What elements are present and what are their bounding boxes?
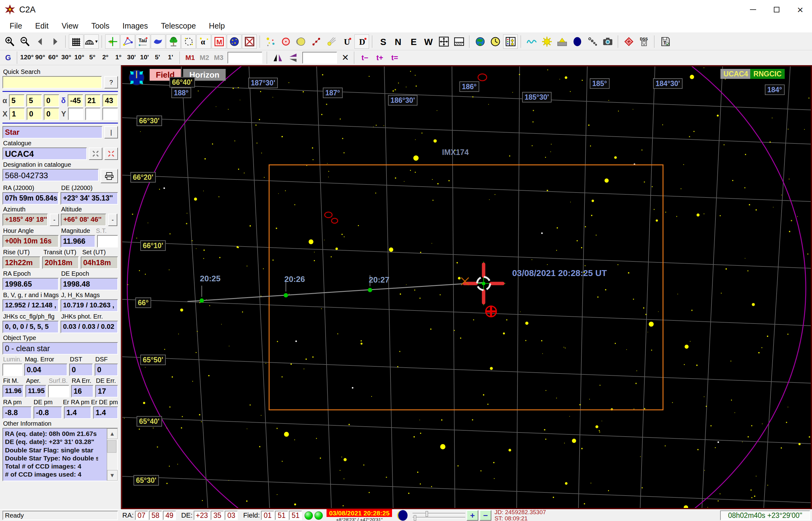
daylight-button[interactable] (539, 35, 554, 49)
y3-input[interactable] (102, 108, 118, 120)
fov-button-10[interactable]: 10° (73, 51, 86, 64)
sun-button[interactable] (278, 35, 293, 49)
greek-labels-button[interactable]: α (196, 35, 211, 49)
ccd-red-frame-button[interactable] (621, 35, 636, 49)
menu-edit[interactable]: Edit (28, 21, 55, 30)
fov-button-90[interactable]: 90° (33, 51, 47, 64)
y2-input[interactable] (85, 108, 101, 120)
azimuth-minus-button[interactable]: - (50, 213, 59, 226)
west-button[interactable]: W (421, 35, 436, 49)
x3-input[interactable]: 0 (44, 108, 59, 120)
delta-s-input[interactable]: 43 (102, 94, 118, 107)
flip-vertical-button[interactable] (285, 51, 300, 65)
fov-button-10[interactable]: 10' (138, 51, 151, 64)
menu-images[interactable]: Images (116, 21, 155, 30)
ccd-frame-button[interactable] (242, 35, 257, 49)
fov-button-30[interactable]: 30' (125, 51, 138, 64)
fov-button-5[interactable]: 5° (86, 51, 99, 64)
menu-tools[interactable]: Tools (85, 21, 116, 30)
time-step-button-1[interactable]: t+ (372, 51, 387, 64)
mark-button-m3[interactable]: M3 (211, 51, 226, 64)
analemma-button[interactable] (524, 35, 539, 49)
landscape-button[interactable] (166, 35, 181, 49)
slider-track-1[interactable] (413, 513, 465, 514)
fov-button-1[interactable]: 1° (112, 51, 125, 64)
print-button[interactable] (100, 169, 118, 183)
prev-field-button[interactable] (32, 35, 47, 49)
mark-input[interactable] (228, 52, 262, 64)
horizon-view-button[interactable] (451, 35, 466, 49)
x2-input[interactable]: 0 (27, 108, 42, 120)
zoom-out-button[interactable] (17, 35, 32, 49)
delta-m-input[interactable]: 21 (85, 94, 100, 107)
delta-d-input[interactable]: -45 (68, 94, 83, 107)
mark-button-m2[interactable]: M2 (197, 51, 211, 64)
close-button[interactable]: × (788, 0, 812, 19)
stars-button[interactable] (263, 35, 278, 49)
time-settings-button[interactable] (488, 35, 503, 49)
earth-map-button[interactable] (473, 35, 487, 49)
menu-file[interactable]: File (3, 21, 28, 30)
dss-download-button[interactable]: DSS (636, 35, 651, 49)
milky-way-button[interactable] (151, 35, 165, 49)
clear-filter-button[interactable]: ✕ (339, 51, 351, 64)
pan-view-button[interactable] (436, 35, 451, 49)
mark-button-m1[interactable]: M1 (183, 51, 197, 64)
constellation-names-button[interactable]: Taü (136, 35, 150, 49)
menu-telescope[interactable]: Telescope (155, 21, 203, 30)
sky-chart[interactable]: Field Horizon UCAC4 RNGCIC IMX174 03/08/… (121, 65, 812, 509)
other-info-listbox[interactable]: RA (eq. date): 08h 00m 21.67sDE (eq. dat… (2, 428, 118, 481)
fov-button-30[interactable]: 30° (60, 51, 73, 64)
field-circle-button[interactable] (181, 35, 196, 49)
dome-horizon-button[interactable]: ▼ (84, 35, 99, 49)
alpha-h-input[interactable]: 5 (9, 94, 25, 107)
altitude-minus-button[interactable]: - (108, 213, 117, 226)
scroll-down-icon[interactable]: ▼ (107, 470, 118, 481)
menu-help[interactable]: Help (202, 21, 231, 30)
alpha-m-input[interactable]: 5 (26, 94, 42, 107)
north-button[interactable]: N (391, 35, 405, 49)
south-button[interactable]: S (376, 35, 390, 49)
time-step-button-0[interactable]: t− (357, 51, 372, 64)
constellation-lines-button[interactable] (120, 35, 135, 49)
cross-arrows-red-button[interactable] (104, 148, 118, 160)
compass-icon[interactable] (126, 68, 146, 88)
screenshot-button[interactable] (600, 35, 615, 49)
zoom-in-button[interactable] (2, 35, 17, 49)
slider-thumb-1[interactable] (425, 511, 428, 517)
slider-track-2[interactable] (413, 517, 465, 518)
listbox-scrollbar[interactable]: ▲ ▼ (107, 429, 117, 481)
next-field-button[interactable] (48, 35, 62, 49)
east-button[interactable]: E (406, 35, 421, 49)
messier-button[interactable]: M (212, 35, 226, 49)
satellites-button[interactable] (585, 35, 600, 49)
neptune-limit-button[interactable]: D (354, 35, 369, 49)
uranus-limit-button[interactable]: U (339, 35, 354, 49)
quick-search-input[interactable] (2, 76, 102, 89)
maximize-button[interactable] (765, 0, 788, 19)
y1-input[interactable] (68, 108, 84, 120)
fov-button-120[interactable]: 120° (20, 51, 33, 64)
fov-button-5[interactable]: 5' (151, 51, 164, 64)
panels-button[interactable] (503, 35, 518, 49)
scroll-thumb[interactable] (107, 440, 116, 453)
guide-g-button[interactable]: G (2, 51, 14, 64)
time-step-button-2[interactable]: t= (387, 51, 402, 64)
deep-sky-button[interactable] (227, 35, 241, 49)
fov-button-60[interactable]: 60° (47, 51, 60, 64)
grid-button[interactable] (69, 35, 84, 49)
fov-button-1[interactable]: 1' (164, 51, 177, 64)
comets-button[interactable] (324, 35, 339, 49)
moon-button[interactable] (294, 35, 308, 49)
x1-input[interactable]: 1 (9, 108, 25, 120)
menu-view[interactable]: View (55, 21, 85, 30)
minimize-button[interactable] (741, 0, 765, 19)
asteroids-button[interactable] (309, 35, 323, 49)
alpha-s-input[interactable]: 0 (44, 94, 59, 107)
telescope-save-button[interactable]: T (658, 35, 672, 49)
fov-button-2[interactable]: 2° (99, 51, 112, 64)
search-help-button[interactable]: ? (104, 76, 118, 89)
slider-thumb-2[interactable] (414, 515, 416, 521)
night-mode-button[interactable] (570, 35, 584, 49)
cross-arrows-button[interactable] (89, 148, 102, 160)
